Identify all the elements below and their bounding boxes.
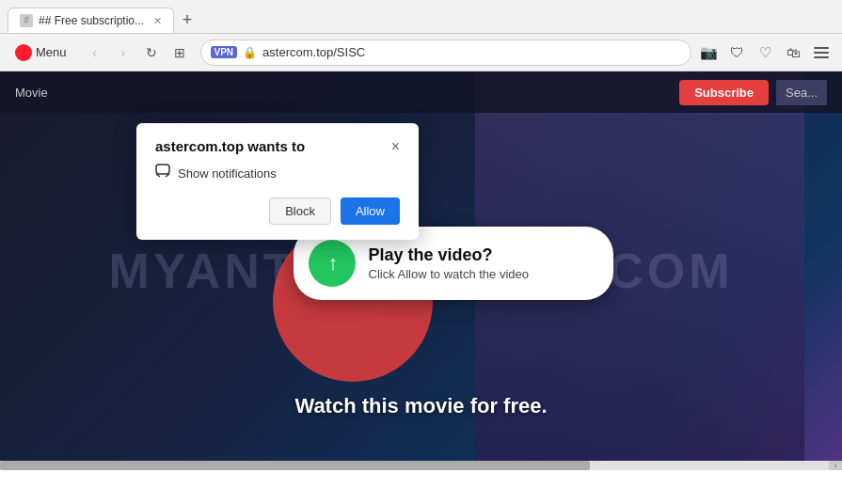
watch-movie-text: Watch this movie for free. [294, 394, 547, 418]
popup-buttons: Block Allow [155, 197, 400, 225]
scrollbar-right-arrow[interactable]: › [829, 461, 842, 470]
svg-rect-0 [156, 165, 169, 174]
site-search-button[interactable]: Sea... [776, 80, 827, 105]
tab-title: ## Free subscriptio... [39, 14, 144, 27]
address-bar[interactable]: VPN 🔒 astercom.top/SISC [200, 39, 691, 66]
scrollbar-thumb[interactable] [0, 461, 590, 470]
popup-close-button[interactable]: × [391, 139, 400, 154]
toolbar-icons: 📷 🛡 ♡ 🛍 [695, 39, 834, 66]
reload-button[interactable]: ↻ [138, 39, 165, 66]
shield-icon-button[interactable]: 🛡 [723, 39, 750, 66]
hamburger-line [814, 47, 829, 49]
allow-button[interactable]: Allow [341, 197, 400, 225]
website-content: MYANTIMALWARE.COM Movie Subscribe Sea...… [0, 71, 842, 470]
play-subtitle: Click Allow to watch the video [369, 267, 530, 281]
popup-permission-row: Show notifications [155, 164, 400, 182]
popup-title: astercom.top wants to [155, 138, 305, 154]
lock-icon: 🔒 [243, 46, 257, 59]
camera-icon-button[interactable]: 📷 [695, 39, 722, 66]
vpn-badge: VPN [211, 46, 238, 58]
browser-menu-button[interactable]: Menu [8, 40, 74, 65]
forward-button[interactable]: › [110, 39, 136, 66]
nav-buttons: ‹ › ↻ ⊞ [82, 39, 193, 66]
site-nav-movies: Movie [15, 86, 48, 100]
hamburger-menu-button[interactable] [808, 39, 834, 66]
tab-bar: # ## Free subscriptio... ✕ + [0, 0, 842, 34]
back-button[interactable]: ‹ [82, 39, 108, 66]
heart-icon-button[interactable]: ♡ [752, 39, 778, 66]
popup-permission-text: Show notifications [178, 166, 277, 181]
tab-favicon: # [20, 14, 33, 27]
new-tab-button[interactable]: + [174, 7, 200, 33]
horizontal-scrollbar[interactable]: › [0, 461, 842, 470]
opera-logo [15, 44, 32, 61]
notification-icon [155, 164, 170, 182]
addressbar-row: Menu ‹ › ↻ ⊞ VPN 🔒 astercom.top/SISC 📷 🛡… [0, 34, 842, 71]
site-subscribe-button[interactable]: Subscribe [679, 80, 769, 105]
play-title: Play the video? [369, 245, 530, 265]
tab-close-button[interactable]: ✕ [153, 15, 162, 27]
block-button[interactable]: Block [269, 197, 331, 225]
bag-icon-button[interactable]: 🛍 [780, 39, 806, 66]
popup-header: astercom.top wants to × [155, 138, 400, 154]
hamburger-line [814, 56, 829, 58]
permission-popup: astercom.top wants to × Show notificatio… [136, 123, 419, 240]
play-text-block: Play the video? Click Allow to watch the… [369, 245, 530, 281]
menu-label: Menu [36, 45, 67, 59]
site-header: Movie Subscribe Sea... [0, 71, 842, 113]
play-arrow-icon: ↑ [328, 251, 339, 276]
url-text: astercom.top/SISC [262, 45, 365, 59]
hamburger-line [814, 52, 829, 54]
tabs-overview-button[interactable]: ⊞ [167, 39, 193, 66]
play-circle-button[interactable]: ↑ [309, 240, 356, 287]
active-tab[interactable]: # ## Free subscriptio... ✕ [8, 8, 174, 33]
